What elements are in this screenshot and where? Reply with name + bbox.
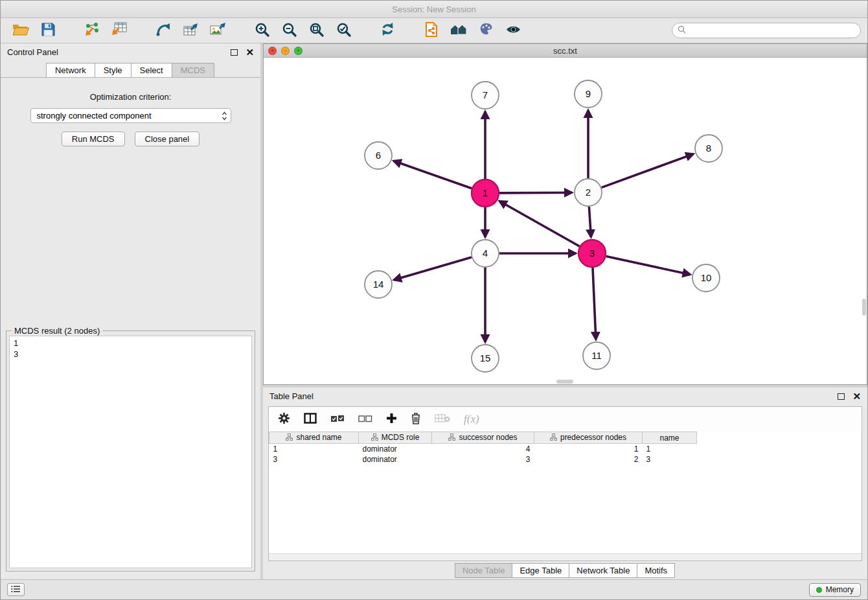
document-network-button[interactable]	[422, 21, 441, 40]
graph-node-7[interactable]: 7	[472, 82, 499, 109]
open-session-button[interactable]	[11, 21, 30, 40]
control-panel-header: Control Panel ✕	[1, 43, 260, 61]
run-mcds-button[interactable]: Run MCDS	[62, 132, 125, 146]
graph-node-1[interactable]: 1	[472, 179, 499, 207]
memory-status-dot-icon	[816, 587, 822, 593]
svg-text:8: 8	[706, 143, 711, 154]
table-row[interactable]: 1dominator411	[269, 444, 862, 454]
table-hscrollbar[interactable]	[269, 553, 862, 560]
svg-text:10: 10	[701, 272, 712, 283]
edge-1-2[interactable]	[499, 192, 572, 193]
close-table-panel-icon[interactable]: ✕	[852, 391, 861, 401]
add-column-button[interactable]	[386, 413, 397, 426]
list-icon	[11, 584, 21, 595]
style-button[interactable]	[476, 21, 496, 40]
search-input[interactable]	[689, 26, 855, 35]
zoom-out-icon	[282, 22, 297, 40]
export-network-button[interactable]	[154, 21, 173, 40]
column-header-shared-name[interactable]: shared name	[269, 432, 359, 444]
close-panel-icon[interactable]: ✕	[246, 47, 254, 57]
table-panel: Table Panel ✕	[263, 387, 867, 579]
tab-select[interactable]: Select	[131, 63, 172, 77]
svg-text:14: 14	[373, 279, 384, 290]
edge-2-8[interactable]	[602, 154, 694, 188]
zoom-fit-button[interactable]	[306, 21, 326, 40]
svg-text:9: 9	[586, 88, 591, 99]
edge-2-3[interactable]	[589, 207, 591, 237]
tab-mcds[interactable]: MCDS	[172, 63, 214, 77]
table-toolbar: f(x)	[269, 407, 862, 432]
select-all-rows-button[interactable]	[330, 413, 345, 425]
network-canvas[interactable]: 7968124314101511	[264, 58, 867, 384]
graph-node-15[interactable]: 15	[472, 345, 499, 372]
edge-4-14[interactable]	[394, 257, 472, 280]
show-details-button[interactable]	[503, 21, 523, 40]
tab-node-table[interactable]: Node Table	[455, 563, 513, 578]
svg-text:3: 3	[589, 248, 595, 259]
edge-3-11[interactable]	[593, 268, 596, 340]
edge-3-1[interactable]	[499, 201, 580, 246]
float-table-panel-icon[interactable]	[838, 393, 845, 400]
unchecked-boxes-icon	[358, 413, 372, 425]
maximize-window-icon[interactable]: +	[294, 47, 303, 55]
deselect-all-rows-button[interactable]	[358, 413, 372, 425]
close-panel-button[interactable]: Close panel	[135, 132, 200, 146]
export-table-button[interactable]	[181, 21, 200, 40]
floppy-disk-icon	[41, 23, 55, 39]
graph-node-10[interactable]: 10	[692, 264, 720, 292]
canvas-vscroll-thumb[interactable]	[862, 299, 866, 316]
network-graph[interactable]: 7968124314101511	[264, 58, 867, 384]
graph-node-14[interactable]: 14	[365, 271, 392, 298]
graph-node-8[interactable]: 8	[695, 135, 722, 162]
column-header-name[interactable]: name	[643, 432, 697, 444]
tab-motifs[interactable]: Motifs	[637, 563, 675, 578]
tab-style[interactable]: Style	[95, 63, 131, 77]
document-network-icon	[424, 22, 439, 40]
zoom-out-button[interactable]	[279, 21, 299, 40]
zoom-in-button[interactable]	[252, 21, 271, 40]
gear-icon	[278, 412, 290, 427]
float-window-icon[interactable]	[231, 49, 238, 56]
edge-1-6[interactable]	[394, 161, 472, 188]
edge-3-10[interactable]	[606, 257, 691, 275]
svg-text:1: 1	[483, 187, 488, 198]
column-header-mcds-role[interactable]: MCDS role	[359, 432, 432, 444]
import-table-button[interactable]	[109, 21, 129, 40]
graph-node-4[interactable]: 4	[472, 240, 499, 267]
show-columns-button[interactable]	[304, 413, 317, 426]
criterion-value: strongly connected component	[37, 111, 219, 121]
tab-network-table[interactable]: Network Table	[569, 563, 637, 578]
table-settings-button[interactable]	[278, 412, 290, 427]
table-export-icon	[183, 22, 199, 39]
column-header-predecessor-nodes[interactable]: predecessor nodes	[534, 432, 643, 444]
nested-networks-button[interactable]	[449, 21, 468, 40]
memory-button[interactable]: Memory	[809, 583, 861, 597]
table-import-icon	[111, 22, 128, 40]
node-table: shared name MCDS role successor nodes pr…	[269, 432, 862, 465]
graph-node-2[interactable]: 2	[575, 179, 602, 206]
mcds-result-text[interactable]: 1 3	[9, 336, 252, 568]
graph-node-3[interactable]: 3	[578, 240, 606, 267]
import-network-button[interactable]	[82, 21, 102, 40]
close-window-icon[interactable]: ×	[268, 47, 277, 55]
table-panel-title: Table Panel	[269, 391, 314, 401]
tab-edge-table[interactable]: Edge Table	[512, 563, 569, 578]
table-header-row: shared name MCDS role successor nodes pr…	[269, 432, 862, 444]
graph-node-6[interactable]: 6	[365, 142, 392, 169]
tab-network[interactable]: Network	[46, 63, 95, 77]
task-history-button[interactable]	[7, 583, 25, 596]
column-header-successor-nodes[interactable]: successor nodes	[432, 432, 534, 444]
refresh-button[interactable]	[378, 21, 397, 40]
criterion-dropdown[interactable]: strongly connected component	[30, 108, 231, 123]
canvas-hscroll-thumb[interactable]	[556, 380, 573, 384]
graph-node-9[interactable]: 9	[575, 80, 602, 108]
export-image-button[interactable]	[208, 21, 227, 40]
zoom-selected-button[interactable]	[334, 21, 353, 40]
table-row[interactable]: 3dominator323	[269, 454, 862, 465]
minimize-window-icon[interactable]: −	[281, 47, 290, 55]
network-window-titlebar: scc.txt × − +	[264, 44, 867, 58]
save-session-button[interactable]	[38, 21, 58, 40]
delete-column-button[interactable]	[411, 412, 421, 427]
search-field[interactable]	[672, 23, 861, 38]
graph-node-11[interactable]: 11	[583, 342, 610, 369]
